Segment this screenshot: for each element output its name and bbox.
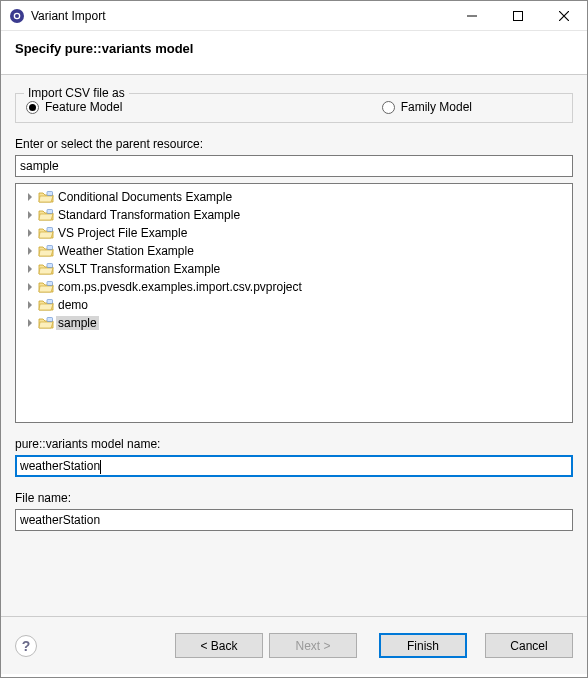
chevron-right-icon[interactable]: [24, 264, 36, 275]
tree-item[interactable]: Standard Transformation Example: [18, 206, 570, 224]
radio-feature-label: Feature Model: [45, 100, 122, 114]
chevron-right-icon[interactable]: [24, 300, 36, 311]
tree-item-label: XSLT Transformation Example: [56, 262, 222, 276]
resource-tree[interactable]: Conditional Documents ExampleStandard Tr…: [15, 183, 573, 423]
tree-item-label: Standard Transformation Example: [56, 208, 242, 222]
radio-family-label: Family Model: [401, 100, 472, 114]
window-title: Variant Import: [31, 9, 449, 23]
svg-point-2: [15, 14, 19, 18]
radio-family-model[interactable]: Family Model: [382, 100, 472, 114]
cancel-button[interactable]: Cancel: [485, 633, 573, 658]
next-button[interactable]: Next >: [269, 633, 357, 658]
page-title: Specify pure::variants model: [15, 41, 573, 56]
project-folder-icon: [38, 208, 54, 222]
file-name-label: File name:: [15, 491, 573, 505]
app-icon: [9, 8, 25, 24]
svg-rect-3: [514, 11, 523, 20]
wizard-content: Import CSV file as Feature Model Family …: [1, 75, 587, 616]
tree-item[interactable]: XSLT Transformation Example: [18, 260, 570, 278]
project-folder-icon: [38, 316, 54, 330]
chevron-right-icon[interactable]: [24, 192, 36, 203]
project-folder-icon: [38, 280, 54, 294]
tree-item[interactable]: VS Project File Example: [18, 224, 570, 242]
svg-rect-7: [47, 246, 53, 250]
tree-item[interactable]: com.ps.pvesdk.examples.import.csv.pvproj…: [18, 278, 570, 296]
svg-rect-4: [47, 192, 53, 196]
project-folder-icon: [38, 244, 54, 258]
text-caret-icon: [100, 460, 101, 474]
svg-rect-10: [47, 300, 53, 304]
svg-rect-6: [47, 228, 53, 232]
import-type-group: Import CSV file as Feature Model Family …: [15, 93, 573, 123]
tree-item[interactable]: Weather Station Example: [18, 242, 570, 260]
svg-rect-11: [47, 318, 53, 322]
wizard-button-bar: ? < Back Next > Finish Cancel: [1, 616, 587, 674]
parent-resource-input[interactable]: [15, 155, 573, 177]
chevron-right-icon[interactable]: [24, 228, 36, 239]
model-name-value: weatherStation: [20, 459, 100, 473]
minimize-button[interactable]: [449, 1, 495, 31]
svg-rect-5: [47, 210, 53, 214]
project-folder-icon: [38, 190, 54, 204]
maximize-button[interactable]: [495, 1, 541, 31]
chevron-right-icon[interactable]: [24, 246, 36, 257]
svg-rect-8: [47, 264, 53, 268]
file-name-input[interactable]: [15, 509, 573, 531]
finish-button[interactable]: Finish: [379, 633, 467, 658]
help-icon[interactable]: ?: [15, 635, 37, 657]
titlebar: Variant Import: [1, 1, 587, 31]
wizard-header: Specify pure::variants model: [1, 31, 587, 75]
tree-item[interactable]: demo: [18, 296, 570, 314]
project-folder-icon: [38, 226, 54, 240]
tree-item[interactable]: Conditional Documents Example: [18, 188, 570, 206]
chevron-right-icon[interactable]: [24, 318, 36, 329]
import-type-legend: Import CSV file as: [24, 86, 129, 100]
radio-dot-icon: [26, 101, 39, 114]
back-button[interactable]: < Back: [175, 633, 263, 658]
tree-item-label: VS Project File Example: [56, 226, 189, 240]
project-folder-icon: [38, 298, 54, 312]
radio-empty-icon: [382, 101, 395, 114]
tree-item[interactable]: sample: [18, 314, 570, 332]
close-button[interactable]: [541, 1, 587, 31]
radio-feature-model[interactable]: Feature Model: [26, 100, 122, 114]
tree-item-label: Weather Station Example: [56, 244, 196, 258]
tree-item-label: com.ps.pvesdk.examples.import.csv.pvproj…: [56, 280, 304, 294]
tree-item-label: sample: [56, 316, 99, 330]
parent-resource-label: Enter or select the parent resource:: [15, 137, 573, 151]
model-name-input[interactable]: weatherStation: [15, 455, 573, 477]
chevron-right-icon[interactable]: [24, 210, 36, 221]
svg-rect-9: [47, 282, 53, 286]
chevron-right-icon[interactable]: [24, 282, 36, 293]
tree-item-label: Conditional Documents Example: [56, 190, 234, 204]
model-name-label: pure::variants model name:: [15, 437, 573, 451]
tree-item-label: demo: [56, 298, 90, 312]
project-folder-icon: [38, 262, 54, 276]
